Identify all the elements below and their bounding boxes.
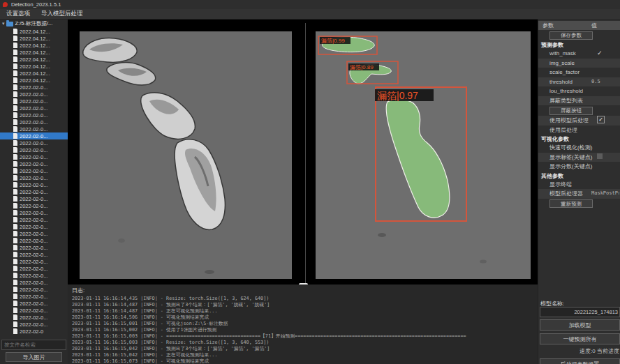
tree-item-label: 2022-02-0...: [20, 231, 47, 237]
tree-item-label: 2022-02-0...: [20, 119, 47, 126]
param-label: scale_factor: [538, 69, 580, 75]
param-section: 可视化参数: [538, 135, 620, 143]
file-icon: [13, 287, 17, 292]
tree-item[interactable]: 2022-02-0...: [0, 279, 68, 286]
param-value[interactable]: MaskPostPro: [591, 189, 619, 199]
param-label: 显示分数(关键点): [538, 163, 592, 169]
tree-root-folder[interactable]: ▾ Z:/5-标注数据/...: [0, 20, 68, 28]
log-line: 2023-01-11 16:16:15,003 |INFO| - Resize:…: [72, 340, 538, 346]
tree-item[interactable]: 2022-02-0...: [0, 272, 68, 279]
tree-item[interactable]: 2022-02-0...: [0, 181, 68, 188]
menu-item-settings[interactable]: 设置选项: [6, 10, 30, 18]
tree-item[interactable]: 2022-02-0...: [0, 223, 68, 230]
tree-item[interactable]: 2022-02-0...: [0, 153, 68, 160]
log-line: 2023-01-11 16:16:14,487 |INFO| - 正在可视化预测…: [72, 308, 538, 314]
params-rows: 保存参数预测参数with_mask✓img_scalescale_factort…: [538, 30, 620, 209]
file-icon: [13, 245, 17, 250]
tree-item[interactable]: 2022-02-0...: [0, 91, 68, 98]
tree-item[interactable]: 2022-02-0...: [0, 230, 68, 237]
tree-item-label: 2022-02-0...: [20, 175, 47, 181]
file-icon: [13, 50, 17, 55]
tree-item[interactable]: 2022.04.12...: [0, 63, 68, 70]
tree-item[interactable]: 2022-02-0...: [0, 258, 68, 265]
import-image-button[interactable]: 导入图片: [6, 352, 62, 362]
search-input[interactable]: [1, 340, 66, 350]
tree-item[interactable]: 2022-02-0...: [0, 98, 68, 105]
tree-item[interactable]: 2022-02-0...: [0, 132, 68, 139]
tree-item[interactable]: 2022.04.12...: [0, 56, 68, 63]
tree-item[interactable]: 2022-02-0...: [0, 300, 68, 307]
file-icon: [13, 210, 17, 215]
tree-item-label: 2022-02-0...: [20, 245, 47, 251]
tree-item[interactable]: 2022-02-0...: [0, 160, 68, 167]
tree-item[interactable]: 2022-02-0...: [0, 126, 68, 132]
param-value[interactable]: 0.5: [591, 77, 619, 87]
tree-item[interactable]: 2022-02-0...: [0, 314, 68, 321]
tree-item[interactable]: 2022-02-0...: [0, 244, 68, 251]
raw-image: [80, 31, 292, 279]
tree-item-label: 2022-02-0...: [20, 252, 47, 258]
tree-item[interactable]: 2022-02-0...: [0, 202, 68, 209]
file-icon: [13, 175, 17, 181]
param-value[interactable]: [591, 153, 619, 162]
tree-item-label: 2022-02-0...: [20, 210, 47, 216]
tree-item[interactable]: 2022-02-0...: [0, 146, 68, 153]
tree-item-label: 2022-02-0...: [20, 189, 47, 195]
tree-item[interactable]: 2022.04.12...: [0, 49, 68, 56]
load-model-button[interactable]: 加载模型: [540, 319, 620, 331]
tree-item[interactable]: 2022-02-0...: [0, 119, 68, 126]
log-line: 2023-01-11 16:16:15,003 |INFO| - =======…: [72, 333, 538, 340]
param-row: img_scale: [538, 59, 620, 68]
tree-item-label: 2022-02-0...: [20, 105, 47, 112]
param-row: scale_factor: [538, 68, 620, 77]
tree-item[interactable]: 2022-02-0...: [0, 307, 68, 314]
tree-item[interactable]: 2022.04.12...: [0, 77, 68, 84]
tree-item[interactable]: 2022-02-0...: [0, 237, 68, 244]
tree-item[interactable]: 2022-02-0...: [0, 105, 68, 112]
param-label: with_mask: [538, 50, 576, 56]
param-section: 其他参数: [538, 172, 620, 180]
tree-item[interactable]: 2022-02-0: [0, 328, 68, 335]
menu-item-import-postprocess[interactable]: 导入模型后处理: [41, 10, 83, 18]
tree-item[interactable]: 2022-02-0...: [0, 174, 68, 181]
tree-item[interactable]: 2022-02-0...: [0, 188, 68, 195]
param-button[interactable]: 屏蔽按钮: [549, 107, 593, 115]
tree-item-label: 2022-02-0...: [20, 314, 47, 321]
tree-item[interactable]: 2022-02-0...: [0, 265, 68, 272]
tree-item[interactable]: 2022.04.12...: [0, 70, 68, 77]
tree-item[interactable]: 2022-02-0...: [0, 195, 68, 202]
tree-item[interactable]: 2022-02-0...: [0, 112, 68, 119]
param-value[interactable]: ✓: [591, 49, 619, 59]
model-name-field[interactable]: 20221225_174813: [540, 307, 620, 317]
param-row: 使用模型后处理✓: [538, 116, 620, 126]
chevron-down-icon[interactable]: ▾: [2, 21, 5, 26]
tree-item[interactable]: 2022-02-0...: [0, 209, 68, 216]
file-icon: [13, 168, 17, 174]
tree-item[interactable]: 2022-02-0...: [0, 293, 68, 300]
tree-item[interactable]: 2022-02-0...: [0, 216, 68, 223]
file-icon: [13, 217, 17, 222]
file-icon: [13, 70, 17, 76]
tree-item[interactable]: 2022-02-0...: [0, 251, 68, 258]
tree-item[interactable]: 2022.04.12...: [0, 28, 68, 35]
tree-item[interactable]: 2022.04.12...: [0, 42, 68, 49]
param-button[interactable]: 重新预测: [549, 199, 593, 208]
param-button[interactable]: 保存参数: [549, 31, 593, 40]
param-checkbox[interactable]: [597, 153, 603, 159]
tree-item[interactable]: 2022-02-0...: [0, 139, 68, 146]
log-line: 2023-01-11 16:16:15,042 |INFO| - 预测出了3个结…: [72, 346, 538, 352]
tree-item-label: 2022-02-0...: [20, 161, 47, 167]
param-checkbox[interactable]: ✓: [597, 116, 605, 123]
log-line: 2023-01-11 16:16:15,042 |INFO| - 正在可视化预测…: [72, 352, 538, 358]
tree-item[interactable]: 2022-02-0...: [0, 167, 68, 174]
param-value[interactable]: ✓: [591, 116, 619, 126]
tree-item-label: 2022-02-0...: [20, 182, 47, 188]
predict-all-button[interactable]: 一键预测所有: [540, 333, 620, 344]
tree-item-label: 2022.04.12...: [20, 77, 50, 84]
tree-item[interactable]: 2022.04.12...: [0, 35, 68, 42]
file-icon: [13, 119, 17, 125]
postprocess-settings-button[interactable]: 后处理参数设置: [540, 358, 620, 364]
tree-item[interactable]: 2022-02-0...: [0, 84, 68, 91]
tree-item[interactable]: 2022-02-0...: [0, 321, 68, 328]
tree-item[interactable]: 2022-02-0...: [0, 286, 68, 293]
